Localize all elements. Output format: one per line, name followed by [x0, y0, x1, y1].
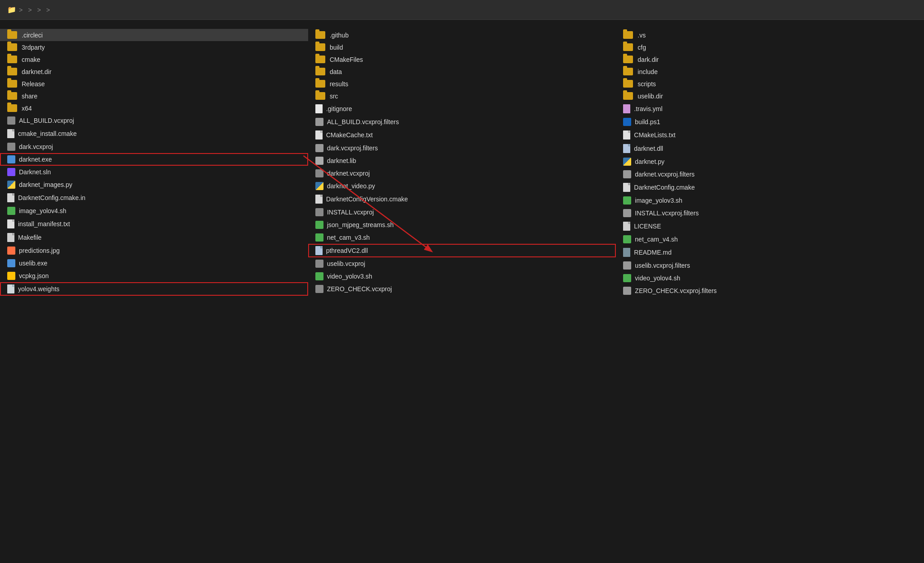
list-item[interactable]: cmake [0, 53, 308, 65]
list-item[interactable]: ZERO_CHECK.vcxproj [308, 283, 616, 295]
file-name-label: build.ps1 [635, 118, 660, 126]
list-item[interactable]: CMakeLists.txt [616, 128, 924, 142]
list-item[interactable]: dark.dir [616, 53, 924, 65]
file-name-label: CMakeFiles [330, 56, 363, 63]
vcxproj-icon [315, 169, 323, 177]
list-item[interactable]: cfg [616, 41, 924, 53]
file-name-label: scripts [638, 80, 656, 88]
list-item[interactable]: darknet_video.py [308, 180, 616, 192]
list-item[interactable]: ALL_BUILD.vcxproj [0, 114, 308, 127]
list-item[interactable]: uselib.dir [616, 90, 924, 102]
list-item[interactable]: image_yolov3.sh [616, 194, 924, 207]
list-item[interactable]: json_mjpeg_streams.sh [308, 219, 616, 231]
list-item[interactable]: uselib.vcxproj [308, 257, 616, 270]
vcxproj-icon [315, 208, 323, 216]
file-name-label: uselib.vcxproj [327, 260, 365, 267]
list-item[interactable]: pthreadVC2.dll [308, 244, 616, 257]
list-item[interactable]: uselib.exe [0, 257, 308, 270]
file-name-label: src [330, 93, 338, 100]
list-item[interactable]: yolov4.weights [0, 282, 308, 296]
list-item[interactable]: video_yolov4.sh [616, 272, 924, 284]
list-item[interactable]: .travis.yml [616, 102, 924, 116]
txt-icon [7, 219, 14, 228]
folder-icon [315, 56, 325, 63]
list-item[interactable]: results [308, 78, 616, 90]
folder-icon [7, 56, 17, 63]
list-item[interactable]: CMakeCache.txt [308, 128, 616, 142]
list-item[interactable]: INSTALL.vcxproj.filters [616, 207, 924, 219]
file-name-label: darknet.dir [22, 68, 51, 75]
file-name-label: dark.dir [638, 56, 659, 63]
vcxproj-icon [7, 143, 15, 151]
list-item[interactable]: x64 [0, 102, 308, 114]
list-item[interactable]: data [308, 65, 616, 78]
list-item[interactable]: share [0, 90, 308, 102]
list-item[interactable]: DarknetConfig.cmake [616, 181, 924, 194]
txt-icon [623, 130, 630, 140]
list-item[interactable]: cmake_install.cmake [0, 127, 308, 140]
list-item[interactable]: README.md [616, 246, 924, 259]
list-item[interactable]: video_yolov3.sh [308, 270, 616, 283]
list-item[interactable]: darknet.dir [0, 65, 308, 78]
list-item[interactable]: uselib.vcxproj.filters [616, 259, 924, 272]
list-item[interactable]: predictions.jpg [0, 244, 308, 257]
list-item[interactable]: DarknetConfig.cmake.in [0, 191, 308, 205]
file-name-label: DarknetConfig.cmake.in [18, 194, 85, 201]
file-name-label: dark.vcxproj [19, 143, 53, 150]
folder-icon [7, 43, 17, 51]
file-name-label: INSTALL.vcxproj.filters [635, 209, 698, 217]
list-item[interactable]: .circleci [0, 29, 308, 41]
filters-icon [315, 144, 323, 152]
list-item[interactable]: INSTALL.vcxproj [308, 206, 616, 219]
file-name-label: cfg [638, 44, 646, 51]
list-item[interactable]: 3rdparty [0, 41, 308, 53]
list-item[interactable]: dark.vcxproj.filters [308, 142, 616, 154]
list-item[interactable]: ALL_BUILD.vcxproj.filters [308, 116, 616, 128]
list-item[interactable]: darknet.dll [616, 142, 924, 155]
list-item[interactable]: build.ps1 [616, 116, 924, 128]
list-item[interactable]: image_yolov4.sh [0, 205, 308, 217]
folder-icon [7, 31, 17, 39]
list-item[interactable]: Makefile [0, 231, 308, 244]
file-name-label: yolov4.weights [18, 285, 60, 293]
list-item[interactable]: vcpkg.json [0, 270, 308, 282]
list-item[interactable]: Release [0, 78, 308, 90]
filters-icon [623, 170, 631, 178]
py-icon [7, 181, 15, 189]
list-item[interactable]: LICENSE [616, 219, 924, 233]
list-item[interactable]: scripts [616, 78, 924, 90]
folder-icon [7, 68, 17, 75]
list-item[interactable]: darknet.lib [308, 154, 616, 167]
list-item[interactable]: darknet.py [616, 155, 924, 168]
file-name-label: uselib.exe [19, 260, 47, 267]
list-item[interactable]: dark.vcxproj [0, 140, 308, 153]
list-item[interactable]: net_cam_v3.sh [308, 231, 616, 244]
file-name-label: darknet.lib [327, 157, 356, 164]
list-item[interactable]: net_cam_v4.sh [616, 233, 924, 246]
file-name-label: CMakeLists.txt [634, 131, 675, 139]
list-item[interactable]: darknet.exe [0, 153, 308, 166]
list-item[interactable]: Darknet.sln [0, 166, 308, 178]
list-item[interactable]: darknet_images.py [0, 178, 308, 191]
list-item[interactable]: DarknetConfigVersion.cmake [308, 192, 616, 206]
file-name-label: json_mjpeg_streams.sh [327, 221, 394, 228]
list-item[interactable]: src [308, 90, 616, 102]
list-item[interactable]: .gitignore [308, 102, 616, 116]
list-item[interactable]: install_manifest.txt [0, 217, 308, 231]
folder-icon [7, 80, 17, 88]
list-item[interactable]: .github [308, 29, 616, 41]
list-item[interactable]: .vs [616, 29, 924, 41]
dll-icon [623, 144, 630, 153]
list-item[interactable]: build [308, 41, 616, 53]
list-item[interactable]: include [616, 65, 924, 78]
file-name-label: Makefile [18, 234, 42, 241]
list-item[interactable]: darknet.vcxproj.filters [616, 168, 924, 181]
list-item[interactable]: CMakeFiles [308, 53, 616, 65]
vcxproj-icon [315, 260, 323, 268]
cmake-icon [7, 129, 14, 138]
file-name-label: predictions.jpg [19, 247, 60, 254]
file-name-label: share [22, 93, 37, 100]
folder-icon [315, 68, 325, 75]
list-item[interactable]: darknet.vcxproj [308, 167, 616, 180]
list-item[interactable]: ZERO_CHECK.vcxproj.filters [616, 284, 924, 297]
